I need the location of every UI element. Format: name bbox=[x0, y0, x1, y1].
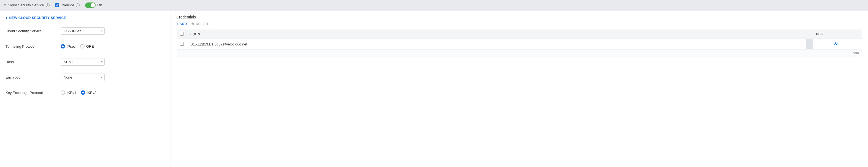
ikev1-radio-input[interactable] bbox=[61, 90, 65, 95]
service-info-icon[interactable]: i bbox=[46, 3, 50, 7]
service-name-label: Cloud Security Service bbox=[8, 3, 44, 7]
fqdn-header: FQDN bbox=[187, 30, 806, 39]
collapse-chevron-icon[interactable]: ∨ bbox=[4, 3, 6, 7]
hash-select[interactable]: SHA 1 bbox=[61, 58, 105, 66]
select-all-checkbox[interactable] bbox=[180, 32, 184, 36]
encryption-select-wrapper: None ▾ bbox=[61, 74, 105, 81]
add-label: ADD bbox=[179, 22, 187, 26]
override-label: Override bbox=[61, 3, 74, 7]
left-panel: + NEW CLOUD SECURITY SERVICE Cloud Secur… bbox=[0, 10, 171, 167]
table-row: S15.L2B13.E1.5d57@velocloud.net ········… bbox=[177, 39, 863, 49]
encryption-control: None ▾ bbox=[61, 74, 105, 81]
add-icon: + bbox=[176, 22, 178, 26]
delete-credential-button[interactable]: 🗑 DELETE bbox=[191, 22, 209, 26]
cloud-security-service-control: CSS IPSec ▾ bbox=[61, 27, 105, 35]
delete-label: DELETE bbox=[196, 22, 210, 26]
tunneling-protocol-radio-group: IPsec GRE bbox=[61, 44, 94, 48]
add-credential-button[interactable]: + ADD bbox=[176, 22, 187, 26]
on-off-toggle[interactable] bbox=[85, 2, 96, 8]
cloud-security-service-select-wrapper: CSS IPSec ▾ bbox=[61, 27, 105, 35]
key-exchange-protocol-row: Key Exchange Protocol IKEv1 IKEv2 bbox=[5, 88, 165, 97]
ikev2-radio-label[interactable]: IKEv2 bbox=[81, 90, 96, 95]
hash-control: SHA 1 ▾ bbox=[61, 58, 105, 66]
ipsec-radio-input[interactable] bbox=[61, 44, 65, 48]
key-exchange-protocol-label: Key Exchange Protocol bbox=[5, 91, 61, 95]
divider-col bbox=[806, 30, 813, 39]
credentials-table-header: FQDN PSK bbox=[177, 30, 863, 39]
override-info-icon[interactable]: i bbox=[76, 3, 80, 7]
tunneling-protocol-row: Tunneling Protocol IPsec GRE bbox=[5, 42, 165, 51]
encryption-select[interactable]: None bbox=[61, 74, 105, 81]
toggle-label: On bbox=[97, 3, 102, 7]
row-divider bbox=[806, 39, 813, 49]
psk-cell-content: ········ 👁 bbox=[816, 42, 859, 46]
fqdn-cell: S15.L2B13.E1.5d57@velocloud.net bbox=[187, 39, 806, 49]
ikev2-radio-text: IKEv2 bbox=[87, 91, 96, 95]
psk-dots: ········ bbox=[816, 42, 831, 46]
new-cloud-security-service-button[interactable]: + NEW CLOUD SECURITY SERVICE bbox=[5, 15, 165, 21]
item-count-cell: 1 item bbox=[177, 49, 863, 57]
ipsec-radio-label[interactable]: IPsec bbox=[61, 44, 76, 48]
top-bar: ∨ Cloud Security Service i Override i On bbox=[0, 0, 868, 10]
row-checkbox[interactable] bbox=[180, 42, 184, 46]
ikev1-radio-label[interactable]: IKEv1 bbox=[61, 90, 76, 95]
key-exchange-radio-group: IKEv1 IKEv2 bbox=[61, 90, 96, 95]
top-bar-service-section: ∨ Cloud Security Service i bbox=[4, 3, 50, 7]
cloud-security-service-row: Cloud Security Service CSS IPSec ▾ bbox=[5, 27, 165, 35]
credentials-table-body: S15.L2B13.E1.5d57@velocloud.net ········… bbox=[177, 39, 863, 57]
show-psk-icon[interactable]: 👁 bbox=[834, 42, 838, 46]
new-service-label: NEW CLOUD SECURITY SERVICE bbox=[9, 16, 66, 20]
psk-cell: ········ 👁 bbox=[813, 39, 863, 49]
psk-header: PSK bbox=[813, 30, 863, 39]
credentials-actions: + ADD 🗑 DELETE bbox=[176, 22, 863, 26]
encryption-label: Encryption bbox=[5, 75, 61, 79]
encryption-row: Encryption None ▾ bbox=[5, 73, 165, 81]
item-count-row: 1 item bbox=[177, 49, 863, 57]
tunneling-protocol-label: Tunneling Protocol bbox=[5, 44, 61, 48]
credentials-table: FQDN PSK S15.L2B13.E1.5d57@velocloud.net bbox=[176, 29, 863, 57]
trash-icon: 🗑 bbox=[191, 22, 194, 26]
gre-radio-text: GRE bbox=[86, 44, 94, 48]
cloud-security-service-label: Cloud Security Service bbox=[5, 29, 61, 33]
header-checkbox-col bbox=[177, 30, 187, 39]
toggle-group: On bbox=[85, 2, 102, 8]
credentials-header-row: FQDN PSK bbox=[177, 30, 863, 39]
ikev1-radio-text: IKEv1 bbox=[67, 91, 76, 95]
override-group: Override i bbox=[55, 3, 80, 7]
ipsec-radio-text: IPsec bbox=[67, 44, 76, 48]
hash-select-wrapper: SHA 1 ▾ bbox=[61, 58, 105, 66]
main-content: + NEW CLOUD SECURITY SERVICE Cloud Secur… bbox=[0, 10, 868, 167]
hash-row: Hash SHA 1 ▾ bbox=[5, 57, 165, 66]
gre-radio-input[interactable] bbox=[80, 44, 85, 48]
row-checkbox-cell bbox=[177, 39, 187, 49]
right-panel: Credentials + ADD 🗑 DELETE FQDN PSK bbox=[171, 10, 868, 167]
hash-label: Hash bbox=[5, 60, 61, 64]
tunneling-protocol-control: IPsec GRE bbox=[61, 44, 94, 48]
plus-icon: + bbox=[5, 16, 8, 20]
override-checkbox[interactable] bbox=[55, 3, 59, 7]
cloud-security-service-select[interactable]: CSS IPSec bbox=[61, 27, 105, 35]
key-exchange-protocol-control: IKEv1 IKEv2 bbox=[61, 90, 96, 95]
gre-radio-label[interactable]: GRE bbox=[80, 44, 94, 48]
fqdn-value: S15.L2B13.E1.5d57@velocloud.net bbox=[190, 42, 247, 46]
ikev2-radio-input[interactable] bbox=[81, 90, 85, 95]
credentials-title: Credentials bbox=[176, 15, 863, 19]
